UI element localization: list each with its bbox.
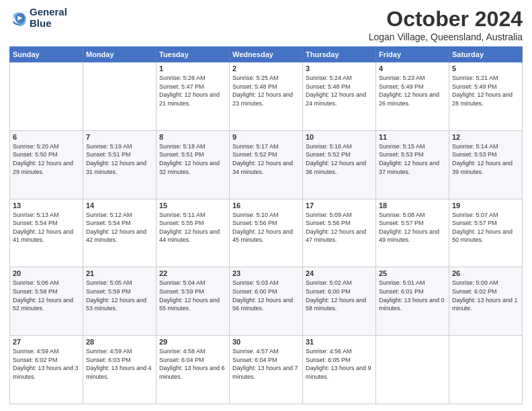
calendar-week-4: 20Sunrise: 5:06 AM Sunset: 5:58 PM Dayli… xyxy=(10,267,523,336)
calendar-cell xyxy=(449,336,523,404)
day-info: Sunrise: 5:18 AM Sunset: 5:51 PM Dayligh… xyxy=(159,142,226,176)
calendar-cell: 21Sunrise: 5:05 AM Sunset: 5:59 PM Dayli… xyxy=(83,267,157,336)
weekday-header-monday: Monday xyxy=(83,47,157,62)
day-number: 9 xyxy=(232,133,300,141)
day-info: Sunrise: 4:59 AM Sunset: 6:03 PM Dayligh… xyxy=(86,347,153,381)
calendar-table: SundayMondayTuesdayWednesdayThursdayFrid… xyxy=(9,46,523,404)
month-title: October 2024 xyxy=(369,7,523,32)
day-info: Sunrise: 5:25 AM Sunset: 5:48 PM Dayligh… xyxy=(232,74,300,107)
calendar-cell: 7Sunrise: 5:19 AM Sunset: 5:51 PM Daylig… xyxy=(83,130,157,199)
day-info: Sunrise: 5:02 AM Sunset: 6:00 PM Dayligh… xyxy=(306,279,373,312)
day-number: 7 xyxy=(86,133,153,141)
day-info: Sunrise: 5:10 AM Sunset: 5:56 PM Dayligh… xyxy=(232,211,300,244)
day-number: 24 xyxy=(306,269,373,277)
day-number: 13 xyxy=(13,201,80,210)
calendar-week-5: 27Sunrise: 4:59 AM Sunset: 6:02 PM Dayli… xyxy=(10,336,523,404)
calendar-cell: 23Sunrise: 5:03 AM Sunset: 6:00 PM Dayli… xyxy=(230,267,303,336)
day-info: Sunrise: 5:15 AM Sunset: 5:53 PM Dayligh… xyxy=(379,142,446,176)
weekday-header-tuesday: Tuesday xyxy=(157,47,230,62)
calendar-cell: 22Sunrise: 5:04 AM Sunset: 5:59 PM Dayli… xyxy=(157,267,230,336)
weekday-header-sunday: Sunday xyxy=(10,47,83,62)
day-number: 30 xyxy=(232,338,300,346)
day-number: 4 xyxy=(379,64,446,73)
calendar-cell: 26Sunrise: 5:00 AM Sunset: 6:02 PM Dayli… xyxy=(449,267,523,336)
day-info: Sunrise: 4:57 AM Sunset: 6:04 PM Dayligh… xyxy=(232,347,300,381)
page: General Blue October 2024 Logan Village,… xyxy=(0,0,532,411)
day-info: Sunrise: 5:12 AM Sunset: 5:54 PM Dayligh… xyxy=(86,211,153,244)
day-info: Sunrise: 5:13 AM Sunset: 5:54 PM Dayligh… xyxy=(13,211,80,244)
day-info: Sunrise: 5:20 AM Sunset: 5:50 PM Dayligh… xyxy=(13,142,80,176)
calendar-cell: 19Sunrise: 5:07 AM Sunset: 5:57 PM Dayli… xyxy=(449,199,523,267)
location-title: Logan Village, Queensland, Australia xyxy=(369,32,523,42)
day-info: Sunrise: 5:04 AM Sunset: 5:59 PM Dayligh… xyxy=(159,279,226,312)
day-number: 10 xyxy=(306,133,373,141)
weekday-header-thursday: Thursday xyxy=(303,47,376,62)
calendar-cell: 18Sunrise: 5:08 AM Sunset: 5:57 PM Dayli… xyxy=(376,199,449,267)
day-info: Sunrise: 5:00 AM Sunset: 6:02 PM Dayligh… xyxy=(452,279,519,312)
calendar-cell: 4Sunrise: 5:23 AM Sunset: 5:49 PM Daylig… xyxy=(376,62,449,131)
day-info: Sunrise: 5:06 AM Sunset: 5:58 PM Dayligh… xyxy=(13,279,80,312)
calendar-cell: 1Sunrise: 5:26 AM Sunset: 5:47 PM Daylig… xyxy=(157,62,230,131)
day-info: Sunrise: 5:14 AM Sunset: 5:53 PM Dayligh… xyxy=(452,142,519,176)
day-number: 27 xyxy=(13,338,80,346)
day-info: Sunrise: 5:03 AM Sunset: 6:00 PM Dayligh… xyxy=(232,279,300,312)
day-number: 5 xyxy=(452,64,519,73)
day-info: Sunrise: 5:23 AM Sunset: 5:49 PM Dayligh… xyxy=(379,74,446,107)
logo-text: General Blue xyxy=(30,7,67,29)
calendar-cell: 16Sunrise: 5:10 AM Sunset: 5:56 PM Dayli… xyxy=(230,199,303,267)
day-info: Sunrise: 5:05 AM Sunset: 5:59 PM Dayligh… xyxy=(86,279,153,312)
day-info: Sunrise: 5:19 AM Sunset: 5:51 PM Dayligh… xyxy=(86,142,153,176)
day-number: 28 xyxy=(86,338,153,346)
day-number: 17 xyxy=(306,201,373,210)
day-info: Sunrise: 5:08 AM Sunset: 5:57 PM Dayligh… xyxy=(379,211,446,244)
weekday-header-friday: Friday xyxy=(376,47,449,62)
calendar-cell: 20Sunrise: 5:06 AM Sunset: 5:58 PM Dayli… xyxy=(10,267,83,336)
calendar-cell: 17Sunrise: 5:09 AM Sunset: 5:56 PM Dayli… xyxy=(303,199,376,267)
calendar-cell: 14Sunrise: 5:12 AM Sunset: 5:54 PM Dayli… xyxy=(83,199,157,267)
header: General Blue October 2024 Logan Village,… xyxy=(9,7,523,42)
day-number: 15 xyxy=(159,201,226,210)
logo: General Blue xyxy=(9,7,67,29)
day-number: 16 xyxy=(232,201,300,210)
day-number: 11 xyxy=(379,133,446,141)
day-number: 19 xyxy=(452,201,519,210)
calendar-cell: 12Sunrise: 5:14 AM Sunset: 5:53 PM Dayli… xyxy=(449,130,523,199)
day-number: 29 xyxy=(159,338,226,346)
calendar-cell: 8Sunrise: 5:18 AM Sunset: 5:51 PM Daylig… xyxy=(157,130,230,199)
day-number: 26 xyxy=(452,269,519,277)
day-number: 22 xyxy=(159,269,226,277)
calendar-cell: 13Sunrise: 5:13 AM Sunset: 5:54 PM Dayli… xyxy=(10,199,83,267)
calendar-cell xyxy=(83,62,157,131)
calendar-body: 1Sunrise: 5:26 AM Sunset: 5:47 PM Daylig… xyxy=(10,62,523,404)
calendar-cell: 30Sunrise: 4:57 AM Sunset: 6:04 PM Dayli… xyxy=(230,336,303,404)
day-info: Sunrise: 5:09 AM Sunset: 5:56 PM Dayligh… xyxy=(306,211,373,244)
calendar-cell: 27Sunrise: 4:59 AM Sunset: 6:02 PM Dayli… xyxy=(10,336,83,404)
calendar-week-1: 1Sunrise: 5:26 AM Sunset: 5:47 PM Daylig… xyxy=(10,62,523,131)
day-number: 1 xyxy=(159,64,226,73)
day-number: 23 xyxy=(232,269,300,277)
day-number: 6 xyxy=(13,133,80,141)
day-number: 31 xyxy=(306,338,373,346)
calendar-cell: 25Sunrise: 5:01 AM Sunset: 6:01 PM Dayli… xyxy=(376,267,449,336)
day-number: 3 xyxy=(306,64,373,73)
day-info: Sunrise: 4:58 AM Sunset: 6:04 PM Dayligh… xyxy=(159,347,226,381)
weekday-header-saturday: Saturday xyxy=(449,47,523,62)
day-number: 8 xyxy=(159,133,226,141)
day-number: 2 xyxy=(232,64,300,73)
title-block: October 2024 Logan Village, Queensland, … xyxy=(369,7,523,42)
calendar-cell: 29Sunrise: 4:58 AM Sunset: 6:04 PM Dayli… xyxy=(157,336,230,404)
calendar-week-2: 6Sunrise: 5:20 AM Sunset: 5:50 PM Daylig… xyxy=(10,130,523,199)
day-info: Sunrise: 5:21 AM Sunset: 5:49 PM Dayligh… xyxy=(452,74,519,107)
calendar-cell xyxy=(10,62,83,131)
calendar-cell: 11Sunrise: 5:15 AM Sunset: 5:53 PM Dayli… xyxy=(376,130,449,199)
logo-icon xyxy=(9,9,28,28)
day-number: 12 xyxy=(452,133,519,141)
day-info: Sunrise: 4:59 AM Sunset: 6:02 PM Dayligh… xyxy=(13,347,80,381)
weekday-header-wednesday: Wednesday xyxy=(230,47,303,62)
day-number: 25 xyxy=(379,269,446,277)
calendar-cell: 2Sunrise: 5:25 AM Sunset: 5:48 PM Daylig… xyxy=(230,62,303,131)
calendar-cell: 9Sunrise: 5:17 AM Sunset: 5:52 PM Daylig… xyxy=(230,130,303,199)
day-info: Sunrise: 5:26 AM Sunset: 5:47 PM Dayligh… xyxy=(159,74,226,107)
calendar-cell: 3Sunrise: 5:24 AM Sunset: 5:48 PM Daylig… xyxy=(303,62,376,131)
day-number: 18 xyxy=(379,201,446,210)
